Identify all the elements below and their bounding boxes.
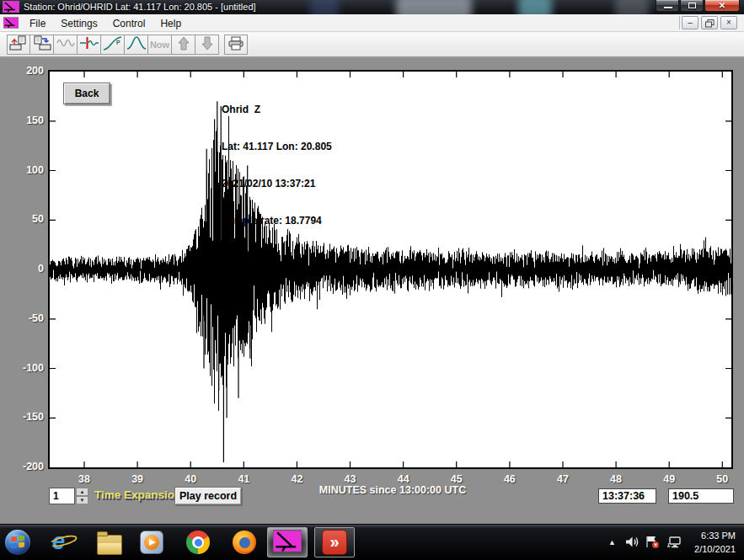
x-tick-label: 41 [229, 473, 258, 485]
x-tick-label: 46 [495, 473, 524, 485]
x-axis-title: MINUTES since 13:00:00 UTC [278, 484, 507, 496]
action-center-flag-icon[interactable] [645, 536, 660, 552]
menu-bar: File Settings Control Help – × [0, 14, 744, 32]
window-close-button[interactable]: ✕ [704, 0, 740, 12]
x-tick-label: 47 [549, 473, 577, 485]
print-button[interactable] [224, 35, 248, 55]
toolbar: P Now [0, 32, 744, 58]
taskbar-item-internet-explorer[interactable]: e [52, 530, 65, 553]
x-tick-label: 43 [336, 473, 365, 485]
time-expansion-label: Time Expansion [94, 488, 181, 501]
internet-explorer-icon: e [52, 529, 65, 554]
taskbar-item-firefox[interactable] [233, 531, 256, 554]
svg-text:P: P [116, 40, 120, 45]
seismogram-plot[interactable]: Back Ohrid Z Lat: 41.117 Lon: 20.805 202… [48, 70, 733, 469]
menu-help[interactable]: Help [153, 18, 189, 29]
x-tick-label: 50 [708, 473, 736, 485]
spinner-down-button[interactable]: ▼ [76, 496, 88, 504]
window-title: Station: Ohrid/OHRID Lat: 41.117 Lon: 20… [24, 2, 256, 12]
taskbar-clock[interactable]: 6:33 PM 2/10/2021 [694, 529, 736, 556]
seismograph-app-icon [273, 530, 302, 556]
menu-settings[interactable]: Settings [53, 18, 104, 29]
y-tick-label: 50 [5, 213, 44, 225]
x-tick-label: 45 [442, 473, 471, 485]
glass-reflection [310, 0, 339, 14]
window-maximize-button[interactable] [680, 0, 704, 12]
seismogram-canvas[interactable] [50, 72, 731, 467]
trace-filter-line: No filtering [222, 251, 332, 264]
y-tick-label: -200 [5, 461, 44, 472]
trace-datetime-line: 2021/02/10 13:37:21 [222, 178, 332, 190]
network-icon[interactable] [666, 536, 682, 552]
firefox-icon [233, 531, 256, 554]
window-minimize-button[interactable] [656, 0, 679, 12]
volume-icon[interactable] [625, 536, 640, 552]
spinner-up-button[interactable]: ▲ [76, 488, 88, 496]
glass-reflection [396, 0, 472, 14]
x-tick-label: 48 [602, 473, 630, 485]
desktop-screen: Station: Ohrid/OHRID Lat: 41.117 Lon: 20… [0, 0, 744, 560]
x-tick-label: 38 [70, 473, 99, 485]
time-expansion-value[interactable]: 1 [49, 488, 75, 504]
y-tick-label: -150 [5, 411, 44, 423]
time-expansion-stepper: ▲ ▼ [76, 488, 88, 504]
x-tick-label: 44 [389, 473, 418, 485]
clock-date: 2/10/2021 [694, 542, 736, 556]
chart-panel: Back Ohrid Z Lat: 41.117 Lon: 20.805 202… [0, 58, 744, 524]
play-record-button[interactable]: Play record [174, 487, 242, 505]
scroll-up-button[interactable] [172, 35, 195, 55]
folder-icon [97, 535, 122, 555]
y-tick-label: 100 [5, 164, 44, 176]
menu-control[interactable]: Control [105, 18, 153, 29]
menu-file[interactable]: File [22, 18, 53, 29]
trace-latlon-line: Lat: 41.117 Lon: 20.805 [222, 141, 332, 153]
open-file-icon [9, 35, 28, 55]
mdi-child-icon[interactable] [3, 17, 19, 32]
filter-button[interactable] [125, 35, 148, 55]
scroll-down-button[interactable] [195, 35, 219, 55]
y-tick-label: -50 [5, 312, 44, 324]
waveform-icon [56, 36, 75, 53]
taskbar-item-file-explorer[interactable] [97, 532, 122, 555]
travel-time-curve-button[interactable]: P [101, 35, 125, 55]
start-button[interactable] [5, 530, 30, 555]
up-arrow-icon [178, 36, 190, 54]
glass-reflection [518, 0, 552, 14]
app-icon [3, 1, 19, 14]
open-file-button[interactable] [7, 35, 30, 55]
taskbar-item-chrome[interactable] [186, 531, 210, 554]
pick-arrival-button[interactable] [78, 35, 101, 55]
trace-samplerate-line: Sample rate: 18.7794 [222, 215, 332, 227]
y-tick-label: -100 [5, 362, 44, 374]
glass-reflection [615, 0, 649, 14]
chrome-icon [186, 531, 210, 554]
child-restore-button[interactable] [701, 16, 718, 29]
media-player-icon [140, 531, 163, 554]
save-extract-button[interactable] [30, 35, 54, 55]
show-hidden-icons-button[interactable]: ▲ [608, 538, 616, 547]
taskbar-item-seismograph-app[interactable] [267, 527, 308, 557]
now-button[interactable]: Now [148, 35, 172, 55]
trace-info-block: Ohrid Z Lat: 41.117 Lon: 20.805 2021/02/… [222, 79, 332, 288]
divider [679, 16, 680, 29]
cursor-value-field[interactable]: 190.5 [668, 488, 734, 504]
taskbar-item-red-app[interactable]: » [314, 527, 355, 557]
child-minimize-button[interactable]: – [682, 16, 699, 29]
red-chevrons-icon: » [322, 530, 347, 555]
taskbar: e » ▲ [0, 524, 744, 560]
bell-curve-icon [126, 35, 147, 54]
back-button[interactable]: Back [63, 83, 110, 104]
pick-arrival-icon [79, 35, 99, 54]
clock-time: 6:33 PM [694, 529, 736, 542]
printer-icon [227, 36, 244, 54]
down-arrow-icon [201, 36, 213, 54]
helicorder-view-button[interactable] [54, 35, 78, 55]
y-tick-label: 0 [5, 263, 44, 275]
x-tick-label: 40 [176, 473, 205, 485]
taskbar-item-media-player[interactable] [140, 531, 163, 554]
child-close-button[interactable]: × [720, 16, 737, 29]
travel-time-curve-icon: P [103, 35, 123, 54]
cursor-time-field[interactable]: 13:37:36 [598, 488, 656, 504]
x-tick-label: 42 [282, 473, 311, 485]
x-tick-label: 39 [123, 473, 152, 485]
